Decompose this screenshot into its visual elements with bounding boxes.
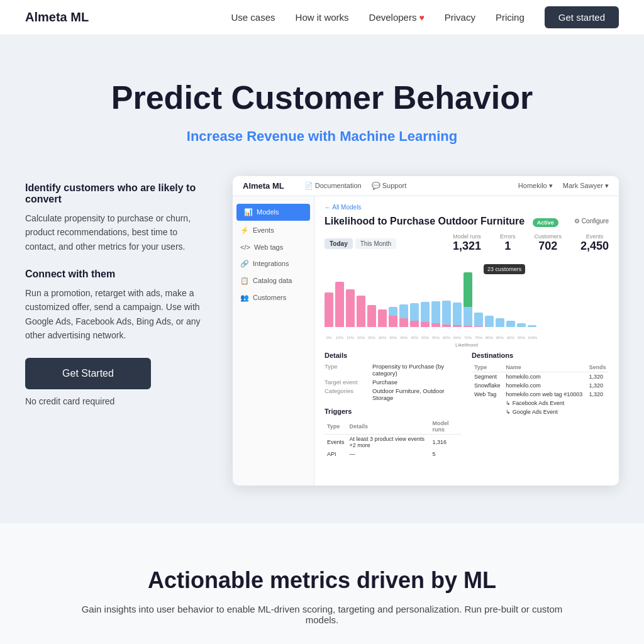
x-label: 40% xyxy=(399,336,408,340)
nav-link-privacy[interactable]: Privacy xyxy=(445,12,475,23)
triggers-col-type: Type xyxy=(325,419,347,435)
x-label: 25% xyxy=(367,336,376,340)
detail-categories-row: Categories Outdoor Furniture, Outdoor St… xyxy=(325,387,462,401)
nav-link-use-cases[interactable]: Use cases xyxy=(231,12,275,23)
chart-bar-19 xyxy=(528,325,536,327)
date-tabs: Today This Month xyxy=(325,238,396,249)
dash-nav-support: 💬 Support xyxy=(372,182,407,190)
x-label: 90% xyxy=(506,336,515,340)
destinations-title: Destinations xyxy=(472,352,609,359)
x-label: 45% xyxy=(410,336,419,340)
chart-bar-17 xyxy=(506,321,515,327)
x-label: 75% xyxy=(474,336,483,340)
heart-icon: ♥ xyxy=(419,13,424,23)
hero-section2-title: Connect with them xyxy=(25,269,201,280)
hero-title: Predict Customer Behavior xyxy=(25,79,619,117)
dest-row-0: Segment homekilo.com 1,320 xyxy=(472,372,609,381)
sidebar-item-customers[interactable]: 👥 Customers xyxy=(233,289,314,306)
dashboard-breadcrumb[interactable]: ← All Models xyxy=(325,204,609,211)
chart-container: 23 customers 0%10%15%20%25%30%35%40%45%5… xyxy=(325,264,609,348)
stat-events: Events 2,450 xyxy=(580,233,609,253)
chart-x-axis: 0%10%15%20%25%30%35%40%45%50%55%60%65%70… xyxy=(325,336,609,340)
configure-button[interactable]: ⚙ Configure xyxy=(574,218,609,225)
chart-bar-1 xyxy=(335,282,344,327)
chart-bar-18 xyxy=(517,323,526,327)
customers-icon: 👥 xyxy=(240,294,249,302)
no-credit-text: No credit card required xyxy=(25,394,201,408)
detail-type-row: Type Propensity to Purchase (by category… xyxy=(325,363,462,377)
hero-content: Identify customers who are likely to con… xyxy=(25,176,619,486)
dest-row-2: Web Tag homekilo.com web tag #10003 1,32… xyxy=(472,390,609,399)
x-label: 100% xyxy=(528,336,536,340)
chart-bar-4 xyxy=(367,305,376,327)
details-grid: Details Type Propensity to Purchase (by … xyxy=(325,352,609,458)
sidebar-item-webtags[interactable]: </> Web tags xyxy=(233,239,314,255)
date-tab-month[interactable]: This Month xyxy=(355,238,396,249)
chart-bar-12 xyxy=(453,303,462,327)
x-label: 0% xyxy=(325,336,333,340)
dest-col-type: Type xyxy=(472,363,503,372)
chart-bar-14 xyxy=(474,313,483,327)
dash-nav-docs: 📄 Documentation xyxy=(304,182,362,190)
dash-nav-right: Homekilo ▾ Mark Sawyer ▾ xyxy=(518,182,609,190)
x-label: 95% xyxy=(517,336,526,340)
sidebar-item-events[interactable]: ⚡ Events xyxy=(233,222,314,239)
sidebar-item-catalog[interactable]: 📋 Catalog data xyxy=(233,272,314,289)
stats-row: Model runs 1,321 Errors 1 Customers 702 xyxy=(453,233,609,253)
chart-x-title: Likelihood xyxy=(325,342,609,348)
triggers-col-runs: Model runs xyxy=(430,419,462,435)
dashboard-screenshot: Almeta ML 📄 Documentation 💬 Support Home… xyxy=(233,176,619,486)
x-label: 35% xyxy=(389,336,397,340)
nav-link-how-it-works[interactable]: How it works xyxy=(296,12,349,23)
dest-row-4: ↳ Google Ads Event xyxy=(472,408,609,416)
section2-description: Gain insights into user behavior to enab… xyxy=(64,604,580,625)
dash-account-org: Homekilo ▾ xyxy=(518,182,553,190)
nav-logo: Almeta ML xyxy=(25,10,89,25)
docs-icon: 📄 xyxy=(304,182,313,190)
chart-bar-16 xyxy=(496,318,504,327)
webtags-icon: </> xyxy=(240,243,250,251)
sidebar-item-models[interactable]: 📊 Models xyxy=(236,204,310,221)
dashboard-title-area: Likelihood to Purchase Outdoor Furniture… xyxy=(325,216,558,227)
date-tab-today[interactable]: Today xyxy=(325,238,353,249)
chart-bar-11 xyxy=(442,301,451,327)
support-icon: 💬 xyxy=(372,182,380,190)
dest-row-3: ↳ Facebook Ads Event xyxy=(472,399,609,408)
x-label: 50% xyxy=(421,336,430,340)
dashboard-body: 📊 Models ⚡ Events </> Web tags 🔗 Integra… xyxy=(233,196,619,486)
detail-target-row: Target event Purchase xyxy=(325,379,462,386)
chart-bar-9 xyxy=(421,302,430,327)
hero-subtitle: Increase Revenue with Machine Learning xyxy=(25,128,619,145)
x-label: 85% xyxy=(496,336,504,340)
dash-account-user: Mark Sawyer ▾ xyxy=(563,182,609,190)
chart-bar-10 xyxy=(431,301,440,327)
x-label: 80% xyxy=(485,336,494,340)
triggers-panel: Triggers Type Details Model runs xyxy=(325,408,462,458)
chart-bar-8 xyxy=(410,303,419,327)
dest-row-1: Snowflake homekilo.com 1,320 xyxy=(472,381,609,390)
hero-cta-button[interactable]: Get Started xyxy=(25,358,151,389)
chart-bar-7 xyxy=(399,304,408,327)
catalog-icon: 📋 xyxy=(240,277,249,285)
x-label: 30% xyxy=(378,336,387,340)
nav-link-developers[interactable]: Developers ♥ xyxy=(369,12,425,23)
models-icon: 📊 xyxy=(244,208,253,216)
nav-link-pricing[interactable]: Pricing xyxy=(496,12,525,23)
triggers-title: Triggers xyxy=(325,408,462,415)
dashboard-sidebar: 📊 Models ⚡ Events </> Web tags 🔗 Integra… xyxy=(233,196,314,486)
x-label: 20% xyxy=(357,336,365,340)
destinations-panel: Destinations Type Name Sends xyxy=(472,352,609,458)
x-label: 10% xyxy=(335,336,344,340)
hero-left-panel: Identify customers who are likely to con… xyxy=(25,176,201,423)
dashboard-page-header: Likelihood to Purchase Outdoor Furniture… xyxy=(325,216,609,227)
integrations-icon: 🔗 xyxy=(240,260,249,268)
hero-section1-title: Identify customers who are likely to con… xyxy=(25,182,201,205)
chart-bar-13 xyxy=(464,272,472,327)
chart-bar-3 xyxy=(357,296,365,327)
x-label: 65% xyxy=(453,336,462,340)
status-badge: Active xyxy=(533,218,558,227)
nav-cta-button[interactable]: Get started xyxy=(545,6,619,28)
sidebar-item-integrations[interactable]: 🔗 Integrations xyxy=(233,255,314,272)
chart-bar-0 xyxy=(325,292,333,327)
dash-brand: Almeta ML xyxy=(243,181,284,191)
